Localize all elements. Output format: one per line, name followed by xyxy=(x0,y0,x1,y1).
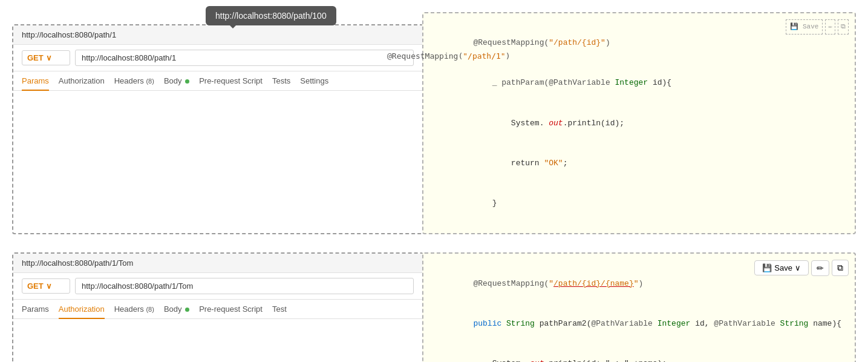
edit-pencil-icon: ✏ xyxy=(817,263,824,273)
tab-authorization-bottom[interactable]: Authorization xyxy=(59,300,105,318)
code-line-2-bottom: public String pathParam2(@PathVariable I… xyxy=(436,304,843,344)
copy-button[interactable]: ⧉ xyxy=(832,260,849,276)
tab-headers-bottom[interactable]: Headers (8) xyxy=(114,300,154,318)
top-panel-row: http://localhost:8080/path/100 http://lo… xyxy=(12,12,856,234)
tab-authorization-top[interactable]: Authorization xyxy=(59,71,105,90)
top-method-label: GET xyxy=(27,53,44,62)
code-line-3-bottom: System. out.println(id+ " : " +name); xyxy=(436,344,843,362)
tab-settings-top[interactable]: Settings xyxy=(300,71,328,90)
tab-body-bottom[interactable]: Body xyxy=(164,300,189,318)
copy-icon: ⧉ xyxy=(837,263,843,272)
tab-params-top[interactable]: Params xyxy=(22,71,49,90)
tab-prerequest-top[interactable]: Pre-request Script xyxy=(199,71,263,90)
top-tabs: Params Authorization Headers (8) Body Pr… xyxy=(13,71,422,91)
bottom-chevron-icon: ∨ xyxy=(46,281,52,291)
tab-params-bottom[interactable]: Params xyxy=(22,300,49,318)
bottom-method-label: GET xyxy=(27,281,44,291)
top-title-bar: http://localhost:8080/path/1 xyxy=(13,25,422,45)
edit-button[interactable]: ✏ xyxy=(811,260,829,276)
bottom-postman-pane: http://localhost:8080/path/1/Tom GET ∨ h… xyxy=(12,252,423,362)
save-disk-icon: 💾 xyxy=(762,263,772,272)
tab-test-bottom[interactable]: Test xyxy=(272,300,287,318)
main-container: http://localhost:8080/path/100 http://lo… xyxy=(12,12,856,362)
code-line-5-top: } xyxy=(436,183,843,223)
bottom-method-select[interactable]: GET ∨ xyxy=(22,278,70,294)
bottom-panel-row: http://localhost:8080/path/1/Tom GET ∨ h… xyxy=(12,252,856,362)
save-label: Save xyxy=(774,263,792,272)
code-line-4-top: return "OK"; xyxy=(436,143,843,183)
top-save-bar: 💾 Save ✏ ⧉ xyxy=(786,19,849,35)
tab-body-top[interactable]: Body xyxy=(164,71,189,90)
code-line-2-top: _ pathParam(@PathVariable Integer id){ xyxy=(436,63,843,103)
tab-tests-top[interactable]: Tests xyxy=(272,71,290,90)
bottom-tabs: Params Authorization Headers (8) Body Pr… xyxy=(13,300,422,319)
bottom-code-pane: 💾 Save ∨ ✏ ⧉ @RequestMapping("/path/{id}… xyxy=(422,252,856,362)
top-title-text: http://localhost:8080/path/1 xyxy=(22,30,116,39)
tooltip-bubble: http://localhost:8080/path/100 xyxy=(206,6,336,25)
top-edit-partial: ✏ xyxy=(825,19,835,35)
top-code-pane: 💾 Save ✏ ⧉ @RequestMapping("/path/{id}")… xyxy=(422,12,856,234)
bottom-save-bar: 💾 Save ∨ ✏ ⧉ xyxy=(754,260,849,276)
top-url-input[interactable] xyxy=(75,50,414,66)
top-method-select[interactable]: GET ∨ xyxy=(22,50,70,65)
tooltip-text: http://localhost:8080/path/100 xyxy=(215,11,327,21)
bottom-url-bar: GET ∨ http://localhost:8080/path/1/Tom xyxy=(13,273,422,300)
code-line-3-top: System. out.println(id); xyxy=(436,104,843,143)
top-save-partial: 💾 Save xyxy=(786,19,823,35)
bottom-title-text: http://localhost:8080/path/1/Tom xyxy=(22,258,133,268)
tab-headers-top[interactable]: Headers (8) xyxy=(114,71,154,90)
method-chevron-icon: ∨ xyxy=(46,53,52,62)
save-button[interactable]: 💾 Save ∨ xyxy=(754,260,809,275)
tab-prerequest-bottom[interactable]: Pre-request Script xyxy=(199,300,263,318)
bottom-title-bar: http://localhost:8080/path/1/Tom xyxy=(13,254,422,273)
top-copy-partial: ⧉ xyxy=(838,19,849,35)
save-chevron-icon: ∨ xyxy=(795,263,801,272)
bottom-url-input[interactable] xyxy=(75,278,414,294)
top-url-bar: GET ∨ xyxy=(13,45,422,71)
code-annotation-arrow: @RequestMapping("/path/1") xyxy=(387,50,511,64)
top-postman-pane: http://localhost:8080/path/1 GET ∨ Param… xyxy=(12,24,423,234)
